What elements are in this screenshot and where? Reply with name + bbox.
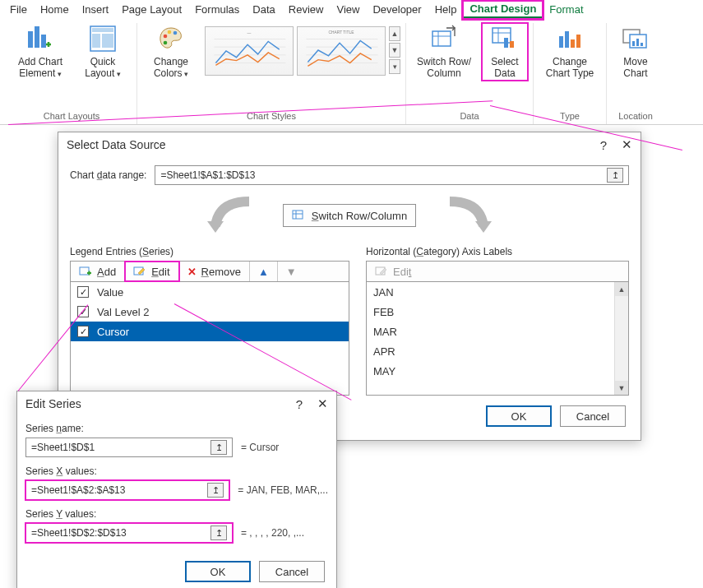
tab-format[interactable]: Format	[543, 2, 590, 17]
tab-data[interactable]: Data	[246, 2, 281, 17]
ribbon-body: Add Chart Element Quick Layout Chart Lay…	[0, 20, 703, 125]
chart-data-range-label: Chart data range:	[70, 169, 146, 181]
series-edit-button[interactable]: Edit	[125, 262, 178, 281]
dialog-help-button[interactable]: ?	[296, 397, 303, 411]
range-reference-button[interactable]: ↥	[210, 525, 227, 540]
series-name-result: = Cursor	[241, 442, 279, 453]
svg-rect-6	[102, 34, 113, 48]
add-icon	[79, 265, 92, 278]
series-name-label: Series name:	[25, 423, 328, 434]
dialog-close-button[interactable]: ✕	[622, 137, 632, 152]
svg-rect-36	[636, 39, 639, 46]
series-name-input[interactable]: =Sheet1!$D$1 ↥	[25, 438, 233, 457]
svg-point-7	[164, 35, 168, 39]
add-chart-element-button[interactable]: Add Chart Element	[12, 23, 69, 81]
series-y-label: Series Y values:	[25, 508, 328, 520]
series-move-up-button[interactable]: ▲	[250, 262, 278, 281]
group-label-location: Location	[612, 109, 659, 124]
svg-rect-35	[632, 41, 635, 46]
sds-cancel-button[interactable]: Cancel	[560, 405, 626, 427]
series-y-input[interactable]: =Sheet1!$D$2:$D$13 ↥	[25, 523, 233, 543]
style-gallery-down[interactable]: ▼	[389, 43, 400, 58]
move-chart-icon	[622, 25, 650, 53]
category-item[interactable]: APR	[367, 341, 628, 361]
tab-developer[interactable]: Developer	[366, 2, 428, 17]
tab-review[interactable]: Review	[282, 2, 331, 17]
series-x-result: = JAN, FEB, MAR,...	[238, 484, 328, 496]
switch-icon	[292, 208, 307, 223]
series-item[interactable]: ✓ Value	[71, 282, 349, 302]
series-x-label: Series X values:	[25, 465, 328, 477]
tab-home[interactable]: Home	[34, 2, 76, 17]
tab-help[interactable]: Help	[428, 2, 464, 17]
tab-formulas[interactable]: Formulas	[188, 2, 246, 17]
range-reference-button[interactable]: ↥	[607, 168, 623, 183]
dialog-title: Select Data Source	[67, 138, 166, 151]
svg-rect-32	[576, 35, 580, 48]
tab-chartdesign[interactable]: Chart Design	[463, 1, 543, 19]
series-item[interactable]: ✓ Val Level 2	[71, 302, 349, 322]
es-ok-button[interactable]: OK	[185, 561, 251, 582]
category-item[interactable]: FEB	[367, 302, 628, 322]
switch-row-column-dialog-button[interactable]: Switch Row/Column	[283, 204, 416, 227]
svg-point-8	[168, 30, 172, 35]
series-checkbox[interactable]: ✓	[77, 286, 89, 298]
style-gallery-more[interactable]: ▾	[389, 59, 400, 74]
scroll-down[interactable]: ▼	[615, 381, 628, 395]
category-item[interactable]: JAN	[367, 282, 628, 302]
category-item[interactable]: MAR	[367, 322, 628, 341]
range-reference-button[interactable]: ↥	[210, 440, 227, 455]
switch-row-column-button[interactable]: Switch Row/ Column	[411, 23, 477, 81]
chart-style-thumb-1[interactable]: —	[205, 26, 294, 76]
sds-ok-button[interactable]: OK	[486, 405, 552, 427]
scroll-up[interactable]: ▲	[615, 282, 628, 296]
svg-rect-27	[504, 38, 508, 48]
svg-rect-37	[641, 43, 643, 46]
series-x-input[interactable]: =Sheet1!$A$2:$A$13 ↥	[25, 480, 229, 500]
svg-text:CHART TITLE: CHART TITLE	[329, 30, 355, 35]
axis-edit-button[interactable]: Edit	[367, 262, 419, 281]
palette-icon	[157, 25, 185, 53]
series-item[interactable]: ✓ Cursor	[71, 322, 349, 341]
dialog-title: Edit Series	[25, 397, 81, 410]
tab-file[interactable]: File	[3, 2, 34, 17]
chart-style-thumb-2[interactable]: CHART TITLE	[297, 26, 386, 76]
select-data-button[interactable]: Select Data	[482, 23, 528, 81]
series-remove-button[interactable]: ✕ Remove	[179, 262, 250, 281]
group-data: Switch Row/ Column Select Data Data	[406, 23, 534, 124]
group-chart-layouts: Add Chart Element Quick Layout Chart Lay…	[7, 23, 137, 124]
edit-series-dialog: Edit Series ? ✕ Series name: =Sheet1!$D$…	[16, 391, 337, 588]
series-listbox[interactable]: ✓ Value ✓ Val Level 2 ✓ Cursor	[70, 282, 349, 396]
arrow-right-icon	[437, 197, 495, 234]
quick-layout-icon	[89, 25, 117, 53]
tab-insert[interactable]: Insert	[76, 2, 116, 17]
group-location: Move Chart Location	[607, 23, 664, 124]
style-gallery-up[interactable]: ▲	[389, 26, 400, 41]
quick-layout-button[interactable]: Quick Layout	[74, 23, 132, 81]
series-toolbar: Add Edit ✕ Remove ▲ ▼	[70, 261, 349, 282]
svg-point-10	[164, 41, 168, 45]
remove-icon: ✕	[187, 266, 197, 278]
es-cancel-button[interactable]: Cancel	[259, 561, 325, 582]
chart-data-range-input[interactable]: =Sheet1!$A$1:$D$13 ↥	[155, 165, 629, 185]
category-listbox[interactable]: JAN FEB MAR APR MAY ▲ ▼	[366, 282, 629, 396]
tab-view[interactable]: View	[330, 2, 366, 17]
svg-rect-30	[565, 31, 569, 48]
tab-pagelayout[interactable]: Page Layout	[115, 2, 188, 17]
range-reference-button[interactable]: ↥	[207, 483, 224, 498]
category-item[interactable]: MAY	[367, 361, 628, 381]
dialog-help-button[interactable]: ?	[600, 138, 607, 152]
series-move-down-button[interactable]: ▼	[278, 262, 305, 281]
move-chart-button[interactable]: Move Chart	[612, 23, 659, 81]
select-data-icon	[491, 25, 519, 53]
arrow-left-icon	[204, 197, 261, 234]
series-add-button[interactable]: Add	[71, 262, 125, 281]
series-checkbox[interactable]: ✓	[77, 326, 89, 337]
group-chart-styles: Change Colors — CHART TITLE ▲ ▼ ▾ Chart …	[137, 23, 406, 124]
dialog-close-button[interactable]: ✕	[317, 396, 328, 411]
change-colors-button[interactable]: Change Colors	[142, 23, 200, 81]
change-chart-type-button[interactable]: Change Chart Type	[539, 23, 601, 81]
group-label-layouts: Chart Layouts	[12, 109, 132, 124]
svg-point-9	[173, 31, 178, 35]
category-scrollbar[interactable]: ▲ ▼	[614, 282, 628, 395]
